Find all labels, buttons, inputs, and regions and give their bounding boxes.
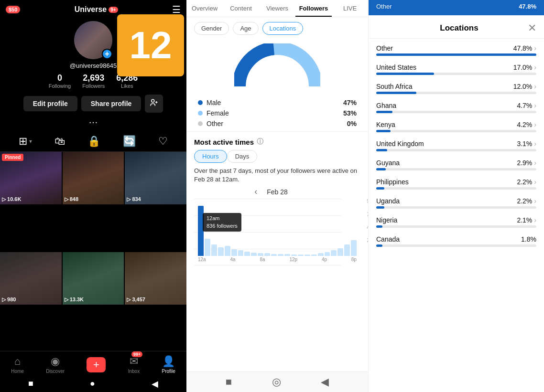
shop-icon[interactable]: 🛍 — [54, 135, 65, 148]
bar-10 — [264, 253, 270, 256]
bar-13 — [284, 254, 290, 256]
nav-profile[interactable]: 👤 Profile — [162, 355, 175, 374]
days-tab[interactable]: Days — [227, 150, 258, 163]
video-views-4: ▷ 980 — [2, 297, 16, 303]
close-button[interactable]: ✕ — [528, 22, 536, 34]
chart-x-labels: 12a 4a 8a 12p 4p 8p — [198, 256, 357, 263]
tab-overview[interactable]: Overview — [186, 0, 223, 17]
sub-tabs: Gender Age Locations — [186, 17, 368, 40]
female-pct: 53% — [343, 109, 357, 117]
bottom-nav-mid: ■ ◎ ◀ — [186, 371, 368, 392]
bar-chart-area: 956 717 478 239 0 12am 836 followers 12a… — [194, 199, 360, 265]
loc-row-8: Uganda 2.2% › — [376, 197, 536, 205]
action-buttons: Edit profile Share profile — [23, 95, 163, 113]
location-item-7[interactable]: Philippines 2.2% › — [369, 174, 544, 193]
bar-3 — [218, 247, 224, 256]
loc-pct-7: 2.2% › — [517, 178, 536, 186]
heart-icon[interactable]: ♡ — [158, 135, 168, 148]
nav-inbox-label: Inbox — [128, 369, 140, 374]
create-button[interactable]: + — [87, 357, 106, 372]
location-item-4[interactable]: Kenya 4.2% › — [369, 117, 544, 136]
loc-name-5: United Kingdom — [376, 140, 424, 148]
other-dot — [198, 121, 203, 126]
avatar-plus-icon[interactable]: + — [102, 49, 112, 59]
add-friend-button[interactable] — [145, 95, 163, 113]
sub-tab-locations[interactable]: Locations — [262, 22, 304, 35]
grid-icon[interactable]: ⊞▾ — [19, 135, 32, 148]
hours-tab[interactable]: Hours — [194, 150, 227, 163]
location-item-1[interactable]: United States 17.0% › — [369, 60, 544, 79]
bar-8 — [251, 253, 257, 256]
share-profile-button[interactable]: Share profile — [81, 96, 141, 111]
loc-name-7: Philippines — [376, 178, 409, 186]
video-cell-4[interactable]: ▷ 980 — [0, 252, 62, 305]
video-cell-6[interactable]: ▷ 3,457 — [125, 252, 186, 305]
nav-create[interactable]: + — [87, 357, 106, 372]
bar-9 — [258, 253, 263, 256]
discover-icon: ◉ — [51, 355, 60, 368]
location-item-9[interactable]: Nigeria 2.1% › — [369, 212, 544, 232]
loc-name-6: Guyana — [376, 159, 400, 167]
notification-badge: 9+ — [109, 7, 118, 13]
most-active-title-text: Most active times — [194, 138, 254, 146]
loc-row-1: United States 17.0% › — [376, 64, 536, 71]
chart-prev-arrow[interactable]: ‹ — [254, 187, 257, 197]
repost-icon[interactable]: 🔄 — [123, 135, 136, 148]
location-item-5[interactable]: United Kingdom 3.1% › — [369, 136, 544, 155]
promo-badge: $50 — [6, 6, 20, 13]
edit-profile-button[interactable]: Edit profile — [23, 96, 77, 111]
video-cell-2[interactable]: ▷ 848 — [63, 152, 124, 204]
tab-followers[interactable]: Followers — [295, 0, 332, 17]
loc-row-4: Kenya 4.2% › — [376, 121, 536, 128]
video-cell-5[interactable]: ▷ 13.3K — [63, 252, 124, 305]
video-views-2: ▷ 848 — [65, 196, 78, 202]
sub-tab-gender[interactable]: Gender — [194, 22, 229, 35]
location-item-0[interactable]: Other 47.8% › — [369, 41, 544, 60]
location-item-2[interactable]: South Africa 12.0% › — [369, 79, 544, 98]
tab-live[interactable]: LIVE — [332, 0, 368, 17]
video-views-3: ▷ 834 — [127, 196, 141, 202]
loc-pct-9: 2.1% › — [517, 216, 536, 224]
location-item-6[interactable]: Guyana 2.9% › — [369, 155, 544, 174]
sys-square-icon[interactable]: ■ — [28, 379, 33, 389]
loc-name-10: Canada — [376, 235, 400, 243]
loc-pct-1: 17.0% › — [513, 64, 536, 71]
overlay-number: 12 — [130, 23, 172, 67]
loc-bar-fill-7 — [376, 187, 384, 190]
sys-back-icon[interactable]: ◀ — [152, 379, 158, 389]
bar-12 — [278, 254, 283, 256]
dots-menu[interactable]: … — [88, 115, 98, 126]
bar-4 — [225, 246, 230, 256]
followers-count: 2,693 — [83, 73, 104, 83]
location-item-10[interactable]: Canada 1.8% — [369, 232, 544, 251]
video-cell-3[interactable]: ▷ 834 — [125, 152, 186, 204]
loc-bar-fill-0 — [376, 53, 536, 56]
other-label: Other — [207, 120, 223, 127]
nav-home[interactable]: ⌂ Home — [11, 355, 24, 374]
lock-icon[interactable]: 🔒 — [87, 135, 100, 148]
mid-square-icon[interactable]: ■ — [226, 376, 232, 388]
tab-content[interactable]: Content — [223, 0, 259, 17]
loc-bar-bg-3 — [376, 111, 536, 113]
video-cell-1[interactable]: Pinned ▷ 10.6K — [0, 152, 62, 204]
mid-circle-icon[interactable]: ◎ — [272, 376, 281, 388]
mid-back-icon[interactable]: ◀ — [321, 376, 329, 388]
menu-icon[interactable]: ☰ — [172, 4, 181, 15]
sub-tab-age[interactable]: Age — [233, 22, 258, 35]
plus-icon: + — [93, 359, 99, 371]
sys-circle-icon[interactable]: ● — [90, 379, 95, 389]
loc-bar-fill-3 — [376, 111, 392, 113]
stat-following: 0 Following — [49, 73, 71, 89]
loc-pct-6: 2.9% › — [517, 159, 536, 167]
location-item-8[interactable]: Uganda 2.2% › — [369, 193, 544, 212]
bar-1 — [205, 239, 210, 256]
video-views-6: ▷ 3,457 — [127, 297, 145, 303]
nav-inbox[interactable]: ✉ 99+ Inbox — [128, 355, 140, 374]
nav-discover[interactable]: ◉ Discover — [46, 355, 65, 374]
stat-followers: 2,693 Followers — [82, 73, 105, 89]
most-active-section: Most active times ⓘ Hours Days Over the … — [186, 131, 368, 267]
likes-label: Likes — [121, 83, 133, 89]
tab-viewers[interactable]: Viewers — [259, 0, 295, 17]
location-item-3[interactable]: Ghana 4.7% › — [369, 98, 544, 117]
left-panel: $50 Universe 9+ ☰ 12 + @universe98645 0 … — [0, 0, 186, 392]
